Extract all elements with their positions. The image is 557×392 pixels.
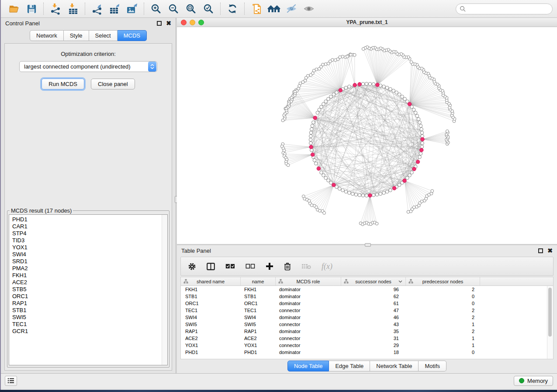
table-row[interactable]: FKH1FKH1dominator962 — [181, 286, 553, 293]
import-table-button[interactable] — [64, 2, 82, 16]
table-row[interactable]: ACE2ACE2connector311 — [181, 335, 553, 342]
mcds-result-scrollbar[interactable] — [162, 215, 167, 365]
first-neighbors-button[interactable] — [265, 2, 283, 16]
table-cell[interactable]: 0 — [406, 300, 480, 307]
mcds-result-item[interactable]: STP4 — [12, 230, 162, 237]
column-header-name[interactable]: name — [241, 277, 276, 285]
task-history-button[interactable] — [5, 376, 17, 386]
mcds-result-item[interactable]: STB1 — [12, 307, 162, 314]
zoom-fit-button[interactable] — [182, 2, 200, 16]
horizontal-splitter[interactable] — [177, 244, 557, 245]
table-cell[interactable]: SWI5 — [241, 321, 276, 328]
scrollbar-thumb[interactable] — [548, 288, 552, 337]
mcds-result-item[interactable]: SWI4 — [12, 251, 162, 258]
table-cell[interactable]: YOX1 — [181, 342, 241, 349]
select-all-icon[interactable] — [225, 264, 235, 269]
deselect-all-icon[interactable] — [246, 264, 255, 269]
table-cell[interactable]: FKH1 — [241, 286, 276, 293]
close-panel-button[interactable]: Close panel — [91, 79, 135, 89]
mcds-result-item[interactable]: YOX1 — [12, 244, 162, 251]
mcds-result-item[interactable]: PMA2 — [12, 265, 162, 272]
table-cell[interactable]: dominator — [276, 328, 341, 335]
import-network-button[interactable] — [47, 2, 64, 16]
delete-column-icon[interactable] — [284, 262, 291, 271]
zoom-selected-button[interactable] — [200, 2, 217, 16]
table-cell[interactable]: 46 — [341, 314, 406, 321]
save-session-button[interactable] — [23, 2, 40, 16]
table-cell[interactable]: dominator — [276, 300, 341, 307]
table-cell[interactable]: 1 — [406, 321, 480, 328]
table-cell[interactable]: STB1 — [181, 293, 241, 300]
float-panel-icon[interactable] — [538, 248, 543, 253]
mcds-result-item[interactable]: FKH1 — [12, 272, 162, 279]
mcds-result-item[interactable]: GCR1 — [12, 328, 162, 335]
table-cell[interactable]: PHD1 — [241, 349, 276, 356]
mcds-result-item[interactable]: TEC1 — [12, 321, 162, 328]
table-cell[interactable]: TEC1 — [181, 307, 241, 314]
close-panel-icon[interactable]: ✖ — [547, 248, 553, 253]
float-panel-icon[interactable] — [157, 21, 162, 26]
open-file-button[interactable] — [5, 2, 23, 16]
table-cell[interactable]: 2 — [406, 307, 480, 314]
table-cell[interactable]: ACE2 — [241, 335, 276, 342]
mcds-result-item[interactable]: SRD1 — [12, 258, 162, 265]
run-mcds-button[interactable]: Run MCDS — [42, 79, 84, 89]
tab-motifs[interactable]: Motifs — [419, 361, 446, 371]
column-header-shared-name[interactable]: shared name — [181, 277, 241, 285]
mcds-result-item[interactable]: ORC1 — [12, 293, 162, 300]
table-cell[interactable]: ORC1 — [241, 300, 276, 307]
refresh-layout-button[interactable] — [224, 2, 241, 16]
search-input[interactable] — [468, 6, 549, 12]
hide-selected-button[interactable] — [283, 2, 300, 16]
table-cell[interactable]: 2 — [406, 328, 480, 335]
table-row[interactable]: TEC1TEC1connector472 — [181, 307, 553, 314]
mcds-result-item[interactable]: ACE2 — [12, 279, 162, 286]
column-header-MCDS-role[interactable]: MCDS role — [276, 277, 341, 285]
table-cell[interactable]: dominator — [276, 349, 341, 356]
table-cell[interactable]: dominator — [276, 314, 341, 321]
tab-select[interactable]: Select — [89, 30, 118, 41]
table-cell[interactable]: 0 — [406, 293, 480, 300]
table-cell[interactable]: 35 — [341, 328, 406, 335]
zoom-out-button[interactable] — [165, 2, 182, 16]
splitter-grip[interactable] — [365, 243, 371, 247]
table-row[interactable]: PHD1PHD1dominator180 — [181, 349, 553, 356]
export-network-button[interactable] — [88, 2, 106, 16]
table-row[interactable]: RAP1RAP1dominator352 — [181, 328, 553, 335]
table-cell[interactable]: 62 — [341, 293, 406, 300]
apply-style-button[interactable] — [248, 2, 265, 16]
table-cell[interactable]: STB1 — [241, 293, 276, 300]
table-cell[interactable]: connector — [276, 335, 341, 342]
column-header-successor-nodes[interactable]: successor nodes — [341, 277, 406, 285]
table-scrollbar[interactable] — [547, 286, 553, 359]
search-field[interactable] — [456, 3, 553, 14]
table-cell[interactable]: PHD1 — [181, 349, 241, 356]
table-row[interactable]: ORC1ORC1dominator610 — [181, 300, 553, 307]
table-row[interactable]: SWI5SWI5connector431 — [181, 321, 553, 328]
table-cell[interactable]: 43 — [341, 321, 406, 328]
table-cell[interactable]: SWI5 — [181, 321, 241, 328]
tab-edge-table[interactable]: Edge Table — [329, 361, 370, 371]
table-cell[interactable]: 1 — [406, 342, 480, 349]
table-cell[interactable]: TEC1 — [241, 307, 276, 314]
table-cell[interactable]: dominator — [276, 286, 341, 293]
tab-mcds[interactable]: MCDS — [118, 30, 147, 41]
table-row[interactable]: YOX1YOX1connector291 — [181, 342, 553, 349]
table-cell[interactable]: 96 — [341, 286, 406, 293]
table-cell[interactable]: 2 — [406, 286, 480, 293]
columns-icon[interactable] — [207, 263, 215, 270]
export-table-button[interactable] — [106, 2, 123, 16]
tab-network[interactable]: Network — [30, 30, 64, 41]
table-row[interactable]: STB1STB1dominator620 — [181, 293, 553, 300]
memory-button[interactable]: Memory — [514, 376, 553, 386]
table-cell[interactable]: RAP1 — [181, 328, 241, 335]
mcds-result-item[interactable]: RAP1 — [12, 300, 162, 307]
table-cell[interactable]: SWI4 — [181, 314, 241, 321]
column-header-predecessor-nodes[interactable]: predecessor nodes — [406, 277, 480, 285]
mcds-result-item[interactable]: CAR1 — [12, 223, 162, 230]
table-cell[interactable]: ACE2 — [181, 335, 241, 342]
table-cell[interactable]: 47 — [341, 307, 406, 314]
table-cell[interactable]: SWI4 — [241, 314, 276, 321]
table-cell[interactable]: dominator — [276, 293, 341, 300]
network-graph[interactable] — [177, 27, 557, 244]
